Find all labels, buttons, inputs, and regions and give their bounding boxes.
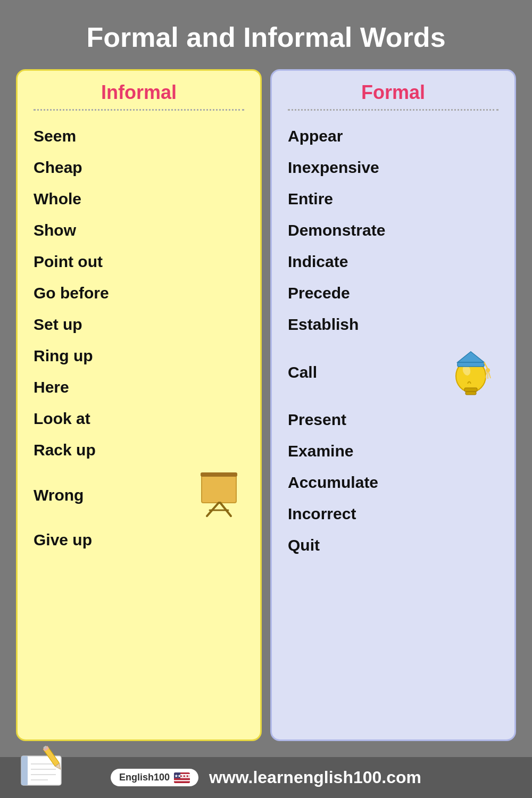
- informal-word-4: Show: [34, 214, 244, 246]
- informal-word-10: Look at: [34, 403, 244, 434]
- svg-rect-8: [466, 392, 476, 395]
- formal-divider: [288, 109, 498, 111]
- formal-word-11: Accumulate: [288, 467, 498, 498]
- svg-rect-0: [202, 473, 236, 503]
- svg-rect-32: [174, 780, 190, 781]
- book-icon-wrap: [16, 743, 69, 793]
- svg-rect-4: [201, 472, 237, 477]
- brand-label: English100: [119, 772, 170, 783]
- page-title: Formal and Informal Words: [0, 0, 532, 69]
- svg-rect-7: [464, 388, 477, 392]
- formal-word-9: Present: [288, 404, 498, 435]
- formal-word-4: Demonstrate: [288, 214, 498, 246]
- informal-word-9: Here: [34, 371, 244, 403]
- informal-column: Informal Seem Cheap Whole Show Point out…: [16, 69, 262, 741]
- svg-rect-33: [174, 782, 190, 783]
- svg-rect-18: [21, 756, 28, 785]
- formal-word-5: Indicate: [288, 246, 498, 277]
- informal-word-6: Go before: [34, 277, 244, 309]
- formal-word-12: Incorrect: [288, 498, 498, 529]
- footer-url: www.learnenglish100.com: [209, 768, 421, 787]
- wrong-label: Wrong: [34, 485, 84, 505]
- formal-word-1: Appear: [288, 120, 498, 152]
- flag-icon: ★★★★★★★★★★★★★★★★★★★★★★★★★★★★★★★★★★★★★★★★…: [174, 772, 190, 783]
- footer-brand: English100 ★★★★★★★★★★★★★★★★★★★★★★★★★★★★★…: [111, 769, 198, 786]
- informal-header: Informal: [34, 81, 244, 104]
- formal-header: Formal: [288, 81, 498, 104]
- formal-word-3: Entire: [288, 183, 498, 214]
- call-label: Call: [288, 362, 317, 383]
- formal-word-13: Quit: [288, 529, 498, 561]
- footer: English100 ★★★★★★★★★★★★★★★★★★★★★★★★★★★★★…: [0, 757, 532, 798]
- svg-point-13: [486, 368, 490, 372]
- svg-line-16: [489, 372, 491, 378]
- informal-divider: [34, 109, 244, 111]
- svg-marker-11: [458, 352, 484, 362]
- formal-word-2: Inexpensive: [288, 152, 498, 183]
- formal-word-10: Examine: [288, 435, 498, 467]
- svg-line-12: [484, 362, 488, 369]
- book-pencil-icon: [16, 743, 69, 791]
- main-content: Informal Seem Cheap Whole Show Point out…: [0, 69, 532, 757]
- formal-word-7: Establish: [288, 309, 498, 340]
- easel-icon: [196, 471, 244, 519]
- informal-word-7: Set up: [34, 309, 244, 340]
- svg-text:★★★★★★★★★★★★★★★★★★★★★★★★★★★★★★: ★★★★★★★★★★★★★★★★★★★★★★★★★★★★★★★★★★★★★★★★…: [174, 774, 190, 778]
- formal-word-8: Call: [288, 340, 498, 404]
- informal-word-5: Point out: [34, 246, 244, 277]
- informal-word-13: Give up: [34, 524, 244, 555]
- formal-word-6: Precede: [288, 277, 498, 309]
- informal-word-2: Cheap: [34, 152, 244, 183]
- formal-column: Formal Appear Inexpensive Entire Demonst…: [270, 69, 516, 741]
- informal-word-1: Seem: [34, 120, 244, 152]
- informal-word-11: Rack up: [34, 434, 244, 466]
- informal-word-3: Whole: [34, 183, 244, 214]
- svg-rect-10: [458, 362, 484, 367]
- informal-word-8: Ring up: [34, 340, 244, 371]
- graduation-bulb-icon: [440, 340, 498, 398]
- svg-rect-31: [174, 778, 190, 779]
- informal-word-12: Wrong: [34, 466, 244, 524]
